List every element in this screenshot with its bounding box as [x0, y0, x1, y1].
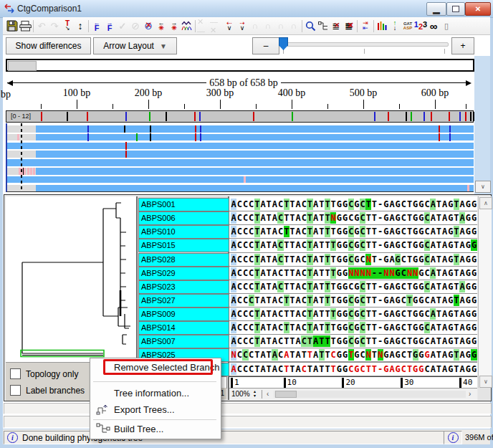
sequence-row[interactable]: ACCCTATACTTACTATTTGGCGCTT-GAGCTGGCATAGTA…: [229, 361, 477, 376]
overview-alignment-panel[interactable]: [6, 123, 474, 192]
zoom-icon[interactable]: [304, 19, 317, 33]
sequence-row[interactable]: ACCCTATACTTACTATTTGGCGCTT-GAGCTGGCATAGTA…: [229, 239, 477, 252]
alignment-vscrollbar[interactable]: ∧ ∨: [478, 196, 492, 388]
sequence-row[interactable]: ACCCTATACTTACTATTTGGCGCTT-GAGCTGGCATAGTA…: [229, 335, 477, 348]
scroll-down-button[interactable]: ∨: [479, 376, 492, 388]
redo-icon[interactable]: ↷: [48, 19, 61, 33]
contig-bar[interactable]: [7, 185, 474, 192]
sequence-row[interactable]: ACCCTATACTTACTATTTGGCGCNT-GAGCTGGCATAGTA…: [229, 253, 477, 267]
contig-bar[interactable]: [7, 134, 474, 141]
sequence-row[interactable]: ACCCTATACTTACTATTTGGCGCTT-GAGCTGGCATAGTA…: [229, 280, 477, 294]
undo-icon[interactable]: ↶: [35, 19, 48, 33]
sequence-alignment-view[interactable]: ACCCTATACTTACTATTTGGCGCTT-GAGCTGGCATAGTA…: [229, 196, 477, 400]
sequence-row[interactable]: ACCCTATACTTACTATTTGGCGCTT-GAGCTGGCATAGTA…: [229, 321, 477, 335]
zoom-spinner[interactable]: ▴▾: [254, 389, 256, 398]
unalign-icon[interactable]: ⊘✕: [142, 19, 155, 33]
arrow-layout-button[interactable]: Arrow Layout ▼: [93, 37, 177, 54]
remove-all-gaps-icon[interactable]: ≣✕: [343, 19, 355, 33]
add-feature-left-icon[interactable]: ←✳: [155, 19, 168, 33]
restore-arc-1-icon[interactable]: ∩: [249, 19, 262, 33]
align-forward-left-icon[interactable]: ←F: [90, 19, 103, 33]
pull-down-left-icon[interactable]: ⇠∨: [223, 19, 236, 33]
sequence-row[interactable]: ACCCTATACTTACTATTTGGCGCTT-GAGCTGGCATAGTA…: [229, 198, 477, 211]
close-button[interactable]: ✕: [465, 2, 491, 16]
contig-bar[interactable]: [7, 176, 474, 184]
tree-layout-icon[interactable]: [317, 19, 330, 33]
contig-bar[interactable]: [7, 168, 474, 175]
glasses-icon[interactable]: ∞: [427, 19, 440, 33]
menu-item-tree-information[interactable]: Tree information...: [90, 386, 221, 401]
sequence-name-cell[interactable]: ABPS009: [138, 308, 229, 321]
hscroll-right-arrow[interactable]: ›: [469, 390, 471, 398]
sequence-row[interactable]: ACCCTATACTTACTATTTGGNNNN--NNGCNNGCATAGTA…: [229, 267, 477, 280]
sequence-row[interactable]: ACCCTATACTTACTATTNGGCGCTT-GAGCTGGCATAGTA…: [229, 211, 477, 225]
title-bar[interactable]: CtgComparison1 ▬ ✕: [0, 0, 493, 18]
translate-icon[interactable]: GATASP: [401, 19, 414, 33]
restore-arc-2-icon[interactable]: ∩: [262, 19, 274, 33]
label-branches-checkbox[interactable]: [10, 385, 21, 396]
save-icon[interactable]: [6, 19, 19, 33]
hscroll-track[interactable]: [274, 391, 466, 398]
memory-info-box[interactable]: i: [444, 431, 462, 444]
overview-scroll-down-button[interactable]: ∨: [475, 181, 491, 193]
trace-align-icon[interactable]: [181, 19, 193, 33]
remove-gaps-icon[interactable]: ≣✕: [330, 19, 343, 33]
expand-rows-icon[interactable]: ↕: [74, 19, 87, 33]
zoom-out-button[interactable]: –: [252, 37, 279, 54]
histogram-icon[interactable]: [375, 19, 388, 33]
sequence-name-cell[interactable]: ABPS007: [138, 335, 229, 348]
trim-left-icon[interactable]: ✕—: [197, 19, 210, 33]
zoom-in-button[interactable]: +: [451, 37, 474, 54]
sequence-row[interactable]: ACCCTATACTTACTATTTGGCGCTT-GAGCTGGCATAGTA…: [229, 308, 477, 321]
numbering-icon[interactable]: 123: [414, 19, 427, 33]
menu-item-export-trees[interactable]: Export Trees...: [90, 402, 221, 417]
sequence-name-cell[interactable]: ABPS014: [138, 321, 229, 335]
show-differences-button[interactable]: Show differences: [6, 37, 91, 54]
phylo-tree-panel[interactable]: [6, 196, 136, 362]
restore-arc-3-icon[interactable]: ∩: [274, 19, 287, 33]
sequence-row[interactable]: ACCCTATACTTACTATTTGGCGCTT-GAGCTGGCATAGTA…: [229, 294, 477, 308]
contig-bar[interactable]: [7, 125, 474, 133]
contig-bar[interactable]: [7, 143, 474, 150]
sequence-name-cell[interactable]: ABPS028: [138, 253, 229, 267]
zoom-slider-track[interactable]: [282, 42, 449, 47]
partial-icon[interactable]: ▯: [440, 19, 453, 33]
sequence-name-cell[interactable]: ABPS023: [138, 280, 229, 294]
sequence-name-cell[interactable]: ABPS027: [138, 294, 229, 308]
restore-button[interactable]: [446, 2, 465, 16]
add-feature-right-icon[interactable]: →✳: [168, 19, 181, 33]
trim-right-icon[interactable]: —✕: [210, 19, 223, 33]
base-cell: T: [365, 295, 371, 306]
hscroll-left-arrow[interactable]: ‹: [267, 390, 269, 398]
print-icon[interactable]: [19, 19, 32, 33]
contig-bar[interactable]: [7, 159, 474, 166]
align-forward-right-icon[interactable]: →F: [103, 19, 116, 33]
base-cell: C: [242, 267, 248, 279]
sequence-name-cell[interactable]: ABPS015: [138, 239, 229, 252]
contig-bar[interactable]: [7, 151, 474, 158]
move-top-sequence-icon[interactable]: T↘: [61, 19, 74, 33]
minimize-button[interactable]: ▬: [426, 2, 446, 16]
overview-hscrollbar[interactable]: [6, 59, 474, 72]
hscroll-thumb[interactable]: [275, 391, 297, 398]
toolbar-separator: [195, 20, 196, 32]
accept-icon[interactable]: ✓: [116, 19, 129, 33]
sequence-name-cell[interactable]: ABPS001: [138, 198, 229, 211]
swap-strands-icon[interactable]: ⇥⇤: [359, 19, 372, 33]
forbid-icon[interactable]: ⊘: [129, 19, 142, 33]
scroll-up-button[interactable]: ∧: [479, 197, 492, 209]
menu-item-build-tree[interactable]: Build Tree...: [90, 421, 221, 437]
sequence-row[interactable]: ACCCTATACTTACTATTTGGCGCTT-GAGCTGGCATAGTA…: [229, 225, 477, 239]
overview-hscrollbar-thumb[interactable]: [8, 61, 37, 71]
restore-arc-4-icon[interactable]: ∩: [287, 19, 300, 33]
sequence-name-cell[interactable]: ABPS006: [138, 211, 229, 225]
sequence-name-cell[interactable]: ABPS029: [138, 267, 229, 280]
phylo-tree[interactable]: [6, 196, 136, 362]
sequence-name-cell[interactable]: ABPS010: [138, 225, 229, 239]
alignment-zoom-value[interactable]: 100%: [231, 390, 250, 398]
base-cell: G: [336, 239, 342, 251]
consensus-shift-icon[interactable]: ↑↓: [388, 19, 401, 33]
pull-down-right-icon[interactable]: ⇢∨: [236, 19, 249, 33]
topology-only-checkbox[interactable]: [10, 368, 21, 379]
base-cell: T: [365, 308, 371, 320]
